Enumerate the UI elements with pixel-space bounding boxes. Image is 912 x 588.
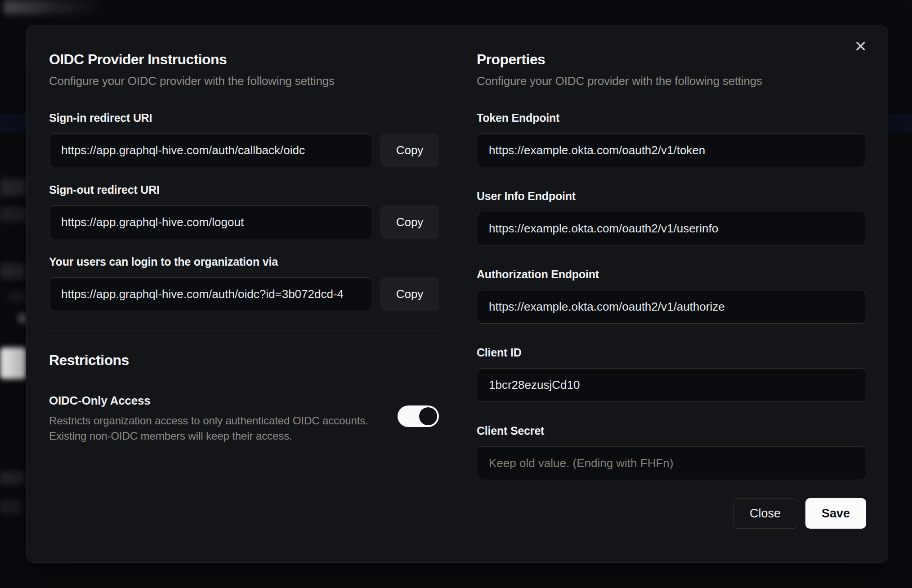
page-background: OIDC Provider Instructions Configure you… (0, 0, 912, 588)
login-url-label: Your users can login to the organization… (49, 255, 439, 268)
token-endpoint-label: Token Endpoint (477, 111, 866, 125)
client-secret-row (477, 446, 866, 480)
oidc-only-access-toggle[interactable] (398, 405, 439, 427)
section-divider (49, 330, 439, 330)
token-endpoint-input[interactable] (477, 134, 866, 167)
sign-out-redirect-row: Copy (49, 205, 439, 239)
properties-subtitle: Configure your OIDC provider with the fo… (477, 74, 866, 88)
user-info-endpoint-input[interactable] (477, 212, 866, 245)
sign-out-redirect-label: Sign-out redirect URI (49, 183, 439, 196)
authorization-endpoint-input[interactable] (477, 290, 866, 324)
sign-in-redirect-input[interactable] (49, 134, 372, 167)
token-endpoint-row (477, 134, 866, 167)
oidc-only-access-label: OIDC-Only Access (49, 394, 375, 408)
copy-sign-out-button[interactable]: Copy (380, 205, 439, 239)
oidc-only-access-text: OIDC-Only Access Restricts organization … (49, 394, 398, 444)
dialog-actions: Close Save (477, 498, 866, 529)
oidc-settings-dialog: OIDC Provider Instructions Configure you… (26, 25, 888, 563)
background-blur-row (0, 207, 26, 222)
client-id-input[interactable] (477, 368, 866, 402)
instructions-title: OIDC Provider Instructions (49, 51, 439, 68)
authorization-endpoint-row (477, 290, 866, 324)
background-blur-button (0, 347, 26, 379)
sign-in-redirect-row: Copy (49, 134, 439, 167)
login-url-input[interactable] (49, 277, 372, 311)
copy-login-url-button[interactable]: Copy (380, 277, 439, 311)
background-blur-row (8, 291, 25, 302)
background-blur-row (0, 500, 22, 514)
toggle-thumb-icon (419, 407, 437, 425)
copy-sign-in-button[interactable]: Copy (380, 134, 439, 167)
close-icon[interactable]: ✕ (854, 39, 867, 54)
client-id-row (477, 368, 866, 402)
client-secret-label: Client Secret (477, 424, 866, 437)
sign-in-redirect-label: Sign-in redirect URI (49, 111, 439, 125)
authorization-endpoint-label: Authorization Endpoint (477, 268, 866, 281)
client-secret-input[interactable] (477, 446, 866, 480)
client-id-label: Client ID (477, 346, 866, 359)
background-blur-row (0, 179, 26, 196)
background-blur-row (0, 471, 25, 485)
properties-column: ✕ Properties Configure your OIDC provide… (457, 25, 888, 562)
user-info-endpoint-row (477, 212, 866, 245)
instructions-column: OIDC Provider Instructions Configure you… (27, 25, 457, 562)
oidc-only-access-description: Restricts organization access to only au… (49, 413, 375, 444)
properties-title: Properties (477, 51, 866, 68)
oidc-only-access-row: OIDC-Only Access Restricts organization … (49, 394, 439, 444)
login-url-row: Copy (49, 277, 439, 311)
restrictions-title: Restrictions (49, 352, 439, 369)
background-blur-row (0, 263, 25, 279)
user-info-endpoint-label: User Info Endpoint (477, 190, 866, 203)
background-logo-blur (4, 0, 108, 14)
instructions-subtitle: Configure your OIDC provider with the fo… (49, 74, 439, 88)
sign-out-redirect-input[interactable] (49, 205, 372, 239)
save-button[interactable]: Save (805, 498, 866, 529)
background-blur-dot (18, 313, 27, 323)
close-button[interactable]: Close (733, 498, 797, 529)
